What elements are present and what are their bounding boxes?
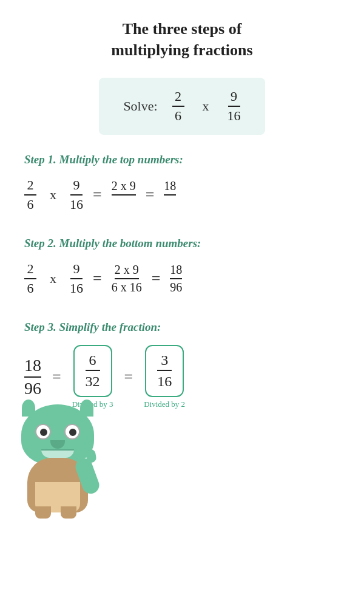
step3-section: Step 3. Simplify the fraction: 18 96 = 6… [12, 321, 352, 409]
monster-eye-right [64, 424, 80, 440]
step3-start: 18 96 [24, 356, 41, 398]
step3-mid-wrap: 6 32 Divided by 3 [72, 345, 113, 409]
page-title: The three steps of multiplying fractions [111, 18, 252, 61]
step3-row: 18 96 = 6 32 Divided by 3 = 3 16 Divided… [12, 345, 352, 409]
step3-equals1: = [52, 368, 61, 386]
solve-label: Solve: [123, 98, 157, 114]
monster-leg-right [61, 506, 76, 519]
step3-title: Step 3. Simplify the fraction: [24, 321, 161, 334]
step2-equation: 2 6 x 9 16 = 2 x 9 6 x 16 = 18 96 [12, 261, 352, 296]
step3-end-divided: Divided by 2 [144, 400, 185, 409]
step2-frac1: 2 6 [24, 261, 36, 296]
step1-section: Step 1. Multiply the top numbers: 2 6 x … [12, 153, 352, 231]
problem-fraction2: 9 16 [228, 89, 241, 124]
monster [18, 421, 97, 519]
step2-op: x [46, 271, 60, 287]
step2-final: 18 96 [170, 263, 182, 294]
step1-frac2: 9 16 [70, 177, 83, 213]
step2-equals1: = [93, 270, 102, 288]
problem-box: Solve: 2 6 x 9 16 [99, 78, 265, 135]
step3-end-wrap: 3 16 Divided by 2 [144, 345, 185, 409]
step1-op: x [46, 187, 60, 203]
step2-frac2: 9 16 [70, 261, 83, 296]
step1-result-expr: 2 x 9 6 [112, 179, 136, 211]
step3-equals2: = [124, 368, 133, 386]
step1-equals1: = [93, 186, 102, 204]
monster-mouth [41, 449, 74, 458]
step2-section: Step 2. Multiply the bottom numbers: 2 6… [12, 237, 352, 315]
step2-equals2: = [152, 270, 161, 288]
step2-result-expr: 2 x 9 6 x 16 [112, 263, 142, 294]
step1-frac1: 2 6 [24, 177, 36, 213]
problem-operator: x [199, 98, 213, 114]
step1-equals2: = [146, 186, 155, 204]
problem-fraction1: 2 6 [172, 89, 184, 124]
monster-illustration [12, 421, 352, 519]
step3-mid-fraction: 6 32 [73, 345, 112, 397]
monster-eye-left [35, 424, 51, 440]
step1-equation: 2 6 x 9 16 = 2 x 9 6 = 18 6 [12, 177, 352, 213]
monster-leg-left [35, 506, 51, 519]
step1-title: Step 1. Multiply the top numbers: [24, 153, 183, 166]
step2-title: Step 2. Multiply the bottom numbers: [24, 237, 201, 250]
step3-end-fraction: 3 16 [145, 345, 184, 397]
step1-result-val: 18 6 [164, 179, 176, 211]
